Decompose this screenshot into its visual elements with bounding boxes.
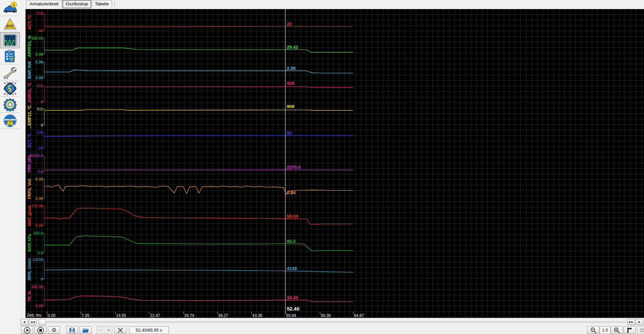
channel-trace: [45, 208, 353, 224]
measure-ruler-button[interactable]: [624, 326, 636, 334]
play-icon: [24, 327, 31, 334]
cursor-value-label: 2370.0: [287, 165, 301, 170]
zoom-in-icon: [613, 327, 620, 334]
checklist-icon: [3, 50, 17, 63]
tab-armaturenbrett[interactable]: Armaturenbrett: [26, 0, 62, 8]
channel-trace: [45, 236, 353, 251]
scale-top-label: 175.00: [31, 204, 43, 208]
crossed-out-tool-icon: [117, 327, 124, 334]
channel-name-label: FRP, kPa: [27, 155, 32, 172]
sidebar-item-help[interactable]: ?: [0, 113, 20, 129]
sidebar-item-vehicle-info[interactable]: i: [0, 0, 20, 16]
svg-text:DTC: DTC: [6, 24, 14, 28]
tab-strip-divider: [114, 1, 115, 7]
play-button[interactable]: [21, 326, 33, 334]
channel-frps: FRPS, Volt5.000.000.84: [27, 177, 353, 201]
sidebar: i DTC: [0, 0, 20, 334]
channel-tp: TP, %100.000.0030.20: [27, 285, 353, 308]
scroll-page-right-button[interactable]: ►►: [627, 319, 635, 325]
scale-top-label: 206.0: [33, 231, 43, 235]
sidebar-item-dtc[interactable]: DTC: [0, 16, 20, 32]
open-file-button[interactable]: [79, 326, 92, 334]
channel-name-label: TP, %: [27, 291, 32, 301]
cursor-value-label: 29.42: [287, 45, 298, 50]
time-tick-label: 29.74: [184, 313, 194, 318]
cut-signals-button[interactable]: [114, 326, 126, 334]
channel-trace: [45, 48, 353, 52]
channel-trace: [45, 170, 353, 170]
channel-bap: BAP, Volt5.000.002.20: [27, 60, 353, 80]
open-folder-icon: [82, 327, 89, 333]
sidebar-item-tests[interactable]: [0, 48, 20, 64]
channel-name-label: MAP, kPa: [27, 234, 32, 252]
time-tick-label: 36.27: [218, 313, 228, 318]
scroll-track[interactable]: [47, 322, 627, 323]
caliper-ruler-icon: [626, 327, 633, 334]
cursor-value-label: 2.20: [287, 66, 296, 71]
line-thickness-button[interactable]: [637, 326, 644, 334]
time-tick-label: 64.87: [354, 313, 364, 318]
time-tick-label: 0.00: [48, 313, 56, 318]
scale-top-label: 20000.0: [29, 154, 43, 158]
tab-bar: Armaturenbrett Oszilloskop Tabelle: [26, 0, 115, 8]
time-tick-label: 58.38: [321, 313, 331, 318]
oscilloscope-plot[interactable]: ACT, °C215-4022APPFS2, %100.010.0029.42B…: [25, 9, 644, 318]
channel-trace: [45, 135, 353, 136]
channel-maf: MAF, g/sek175.000.0059.04: [27, 204, 353, 227]
save-button[interactable]: [66, 326, 78, 334]
tab-oszilloskop[interactable]: Oszilloskop: [62, 0, 91, 8]
line-style-dropdown[interactable]: [96, 326, 112, 334]
channel-name-label: ...EMP11, °C: [27, 82, 32, 105]
car-info-icon: i: [3, 2, 17, 14]
channel-trace: [45, 87, 353, 88]
channel-emp11: ...EMP11, °C9110909: [27, 81, 353, 105]
channel-trace: [45, 185, 353, 194]
wrench-icon: [3, 66, 17, 79]
scroll-step-right-button[interactable]: ►: [636, 319, 643, 325]
zoom-in-button[interactable]: [611, 326, 623, 334]
cursor-value-label: 95.0: [287, 239, 296, 244]
chip-icon: [3, 81, 17, 96]
cursor-value-label: 92: [287, 130, 292, 135]
oscilloscope-icon: [3, 34, 17, 47]
channel-name-label: ...EMP12, °C: [27, 105, 32, 129]
channel-trace: [45, 70, 353, 73]
sidebar-item-settings[interactable]: [0, 97, 20, 113]
channel-ect: ECT, °C120-2092: [27, 130, 353, 150]
channel-trace: [45, 270, 353, 272]
scale-top-label: 100.01: [31, 36, 43, 40]
channel-appfs2: APPFS2, %100.010.0029.42: [27, 36, 353, 57]
gear-icon: [3, 98, 17, 112]
sidebar-item-ecu[interactable]: [0, 80, 20, 97]
toolbar-gear-icon: ⚙: [51, 327, 56, 333]
zoom-ratio-display: 1:5: [600, 326, 610, 334]
stop-button[interactable]: [35, 326, 47, 334]
scale-top-label: 100.00: [31, 285, 43, 289]
channel-frp: FRP, kPa20000.00.02370.0: [27, 154, 353, 174]
chevron-down-icon: [107, 328, 111, 332]
channel-emp12: ...EMP12, °C9110909: [27, 104, 353, 129]
line-thickness-icon: [640, 328, 644, 333]
help-steering-icon: ?: [3, 114, 17, 128]
save-floppy-icon: [69, 327, 75, 333]
cursor-value-label: 59.04: [287, 214, 298, 219]
channel-name-label: BAP, Volt: [27, 61, 32, 78]
zoom-out-icon: [590, 327, 597, 334]
svg-text:i: i: [13, 2, 14, 7]
zoom-out-button[interactable]: [587, 326, 599, 334]
time-tick-label: 14.55: [116, 313, 126, 318]
stop-icon: [37, 327, 44, 334]
record-settings-button[interactable]: ⚙: [48, 326, 60, 334]
sidebar-item-tools[interactable]: [0, 64, 20, 80]
svg-text:?: ?: [9, 120, 11, 125]
tab-tabelle[interactable]: Tabelle: [92, 0, 112, 8]
scroll-step-left-button[interactable]: ◄: [20, 319, 28, 325]
scroll-thumb[interactable]: [39, 319, 46, 325]
cursor-time-label: 52.40: [287, 306, 300, 312]
playback-time-display: 52.40/65.95 s: [129, 326, 169, 334]
time-tick-label: 43.36: [252, 313, 262, 318]
time-tick-label: 7.35: [82, 313, 90, 318]
cursor-value-label: 4148: [287, 266, 297, 271]
sidebar-item-oscilloscope[interactable]: [0, 32, 20, 48]
scroll-page-left-button[interactable]: ◄◄: [29, 319, 37, 325]
